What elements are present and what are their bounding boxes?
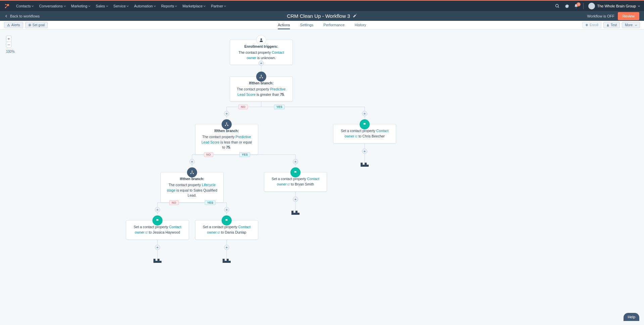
nav-menu: Contacts Conversations Marketing Sales S…	[13, 4, 229, 8]
svg-point-24	[227, 125, 228, 126]
branch-no-label: NO	[169, 200, 179, 205]
node-desc: The contact property Predictive Lead Sco…	[201, 134, 252, 150]
back-link[interactable]: Back to workflows	[5, 14, 40, 18]
test-button[interactable]: Test	[603, 22, 620, 28]
branch-no-label: NO	[204, 152, 213, 157]
branch-no-label: NO	[238, 105, 248, 109]
add-action-button[interactable]: +	[155, 207, 160, 212]
svg-point-9	[607, 24, 608, 25]
add-action-button[interactable]: +	[155, 245, 160, 250]
account-name: The Whole Brain Group	[597, 4, 636, 8]
node-desc: Set a contact property Contact owner to …	[132, 225, 183, 235]
branch-icon	[222, 119, 232, 129]
set-property-node-4[interactable]: Set a contact property Contact owner to …	[195, 220, 258, 240]
flag-icon	[290, 167, 301, 177]
node-desc: The contact property Contact owner is un…	[235, 50, 287, 61]
add-action-button[interactable]: +	[224, 245, 229, 250]
person-icon	[256, 35, 266, 45]
node-desc: Set a contact property Contact owner to …	[270, 176, 321, 187]
branch-node-3[interactable]: If/then branch: The contact property Lif…	[160, 172, 224, 203]
help-button[interactable]: Help	[624, 313, 639, 321]
search-icon[interactable]	[555, 4, 560, 8]
zoom-in-button[interactable]: +	[6, 36, 11, 42]
enroll-button[interactable]: Enroll	[582, 22, 601, 28]
workflow-canvas[interactable]: + − 100% Enrollment triggers: The contac…	[0, 30, 644, 325]
gear-icon[interactable]	[564, 4, 569, 8]
review-button[interactable]: Review	[618, 12, 639, 20]
edit-title-icon[interactable]	[353, 13, 357, 19]
end-marker	[153, 259, 162, 263]
svg-point-27	[193, 173, 194, 174]
tab-settings[interactable]: Settings	[300, 21, 314, 29]
set-goal-button[interactable]: Set goal	[25, 22, 48, 28]
flag-icon	[360, 119, 370, 129]
tab-performance[interactable]: Performance	[323, 21, 344, 29]
svg-point-25	[192, 170, 193, 171]
nav-partner[interactable]: Partner	[208, 4, 229, 8]
branch-icon	[187, 167, 197, 177]
alerts-button[interactable]: Alerts	[4, 22, 23, 28]
node-desc: Set a contact property Contact owner to …	[339, 128, 390, 139]
nav-marketplace[interactable]: Marketplace	[180, 4, 208, 8]
end-marker	[223, 259, 231, 263]
add-action-button[interactable]: +	[362, 149, 367, 154]
branch-yes-label: YES	[205, 200, 216, 205]
flag-icon	[152, 215, 163, 226]
set-property-node-1[interactable]: Set a contact property Contact owner to …	[333, 124, 396, 144]
add-action-button[interactable]: +	[362, 111, 367, 116]
flag-icon	[222, 215, 232, 226]
branch-node-1[interactable]: If/then branch: The contact property Pre…	[230, 76, 293, 101]
add-action-button[interactable]: +	[293, 159, 298, 164]
zoom-level: 100%	[6, 50, 15, 53]
sub-header: Back to workflows CRM Clean Up - Workflo…	[0, 11, 644, 21]
hubspot-logo-icon[interactable]	[4, 3, 10, 9]
svg-point-22	[226, 122, 227, 123]
node-desc: The contact property Predictive Lead Sco…	[235, 87, 287, 97]
branch-icon	[256, 72, 266, 82]
toolbar: Alerts Set goal Actions Settings Perform…	[0, 21, 644, 30]
add-action-button[interactable]: +	[189, 159, 195, 164]
set-property-node-3[interactable]: Set a contact property Contact owner to …	[126, 220, 189, 240]
svg-point-21	[262, 77, 263, 78]
nav-marketing[interactable]: Marketing	[68, 4, 93, 8]
nav-reports[interactable]: Reports	[158, 4, 180, 8]
end-marker	[361, 163, 369, 167]
tab-actions[interactable]: Actions	[278, 21, 290, 29]
notifications-icon[interactable]: 3	[574, 4, 579, 8]
set-property-node-2[interactable]: Set a contact property Contact owner to …	[264, 172, 327, 192]
add-action-button[interactable]: +	[224, 111, 229, 116]
nav-sales[interactable]: Sales	[93, 4, 111, 8]
branch-yes-label: YES	[274, 105, 285, 109]
nav-contacts[interactable]: Contacts	[13, 4, 36, 8]
nav-conversations[interactable]: Conversations	[36, 4, 68, 8]
add-action-button[interactable]: +	[224, 207, 229, 212]
branch-node-2[interactable]: If/then branch: The contact property Pre…	[195, 124, 258, 155]
zoom-out-button[interactable]: −	[6, 42, 11, 48]
notif-badge: 3	[577, 2, 581, 6]
nav-service[interactable]: Service	[111, 4, 132, 8]
node-desc: Set a contact property Contact owner to …	[201, 225, 252, 235]
workflow-title: CRM Clean Up - Workflow 3	[287, 13, 350, 19]
add-action-button[interactable]: +	[259, 60, 264, 66]
branch-yes-label: YES	[239, 152, 250, 157]
svg-point-19	[261, 75, 262, 76]
more-button[interactable]: More	[622, 22, 640, 28]
end-marker	[291, 211, 300, 215]
add-action-button[interactable]: +	[293, 197, 298, 202]
node-desc: The contact property Lifecycle stage is …	[166, 182, 218, 198]
svg-point-8	[29, 25, 30, 26]
main-nav: Contacts Conversations Marketing Sales S…	[0, 1, 644, 11]
svg-point-23	[225, 125, 226, 126]
workflow-status: Workflow is OFF	[587, 14, 614, 18]
svg-line-4	[6, 5, 8, 8]
nav-automation[interactable]: Automation	[131, 4, 158, 8]
avatar	[588, 3, 595, 9]
svg-point-18	[261, 38, 262, 40]
svg-point-20	[260, 77, 261, 78]
svg-line-6	[558, 6, 559, 7]
svg-point-26	[190, 173, 191, 174]
account-menu[interactable]: The Whole Brain Group	[588, 3, 640, 9]
tab-history[interactable]: History	[355, 21, 366, 29]
nav-divider	[583, 3, 584, 9]
svg-point-5	[556, 4, 558, 7]
